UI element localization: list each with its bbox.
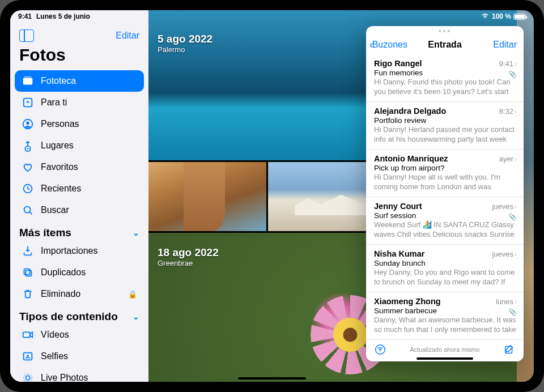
compose-button[interactable] [503, 343, 516, 356]
sidebar-item-foryou[interactable]: Para ti [15, 92, 144, 113]
sidebar-item-selfies[interactable]: Selfies [15, 346, 144, 367]
svg-point-15 [24, 374, 32, 382]
mail-item[interactable]: Xiaomeng Zhonglunes ›Summer barbecueDann… [366, 292, 524, 339]
svg-point-13 [27, 355, 29, 357]
trash-icon [22, 288, 34, 300]
home-indicator[interactable] [238, 377, 306, 380]
moment-location: Palermo [158, 45, 185, 54]
chevron-right-icon: › [515, 250, 517, 258]
svg-rect-0 [23, 78, 33, 85]
sidebar-item-favorites[interactable]: Favoritos [15, 156, 144, 178]
mail-preview: Weekend Surf 🏄 IN SANTA CRUZ Glassy wave… [374, 220, 517, 240]
mail-slideover[interactable]: ••• ‹ Buzones Entrada Editar Rigo Rangel… [366, 26, 524, 361]
sidebar-item-deleted[interactable]: Eliminado 🔒 [15, 283, 144, 305]
paperclip-icon: 📎 [508, 308, 517, 316]
sidebar-item-label: Personas [41, 119, 79, 129]
chevron-right-icon: › [515, 155, 517, 163]
mail-title: Entrada [428, 40, 462, 50]
mail-subject: Sunday brunch [374, 259, 517, 267]
mail-preview: Hey Danny, Do you and Rigo want to come … [374, 268, 517, 287]
mail-subject: Fun memories [374, 69, 517, 77]
chevron-down-icon: ⌄ [133, 312, 139, 321]
status-date: Lunes 5 de junio [36, 12, 90, 20]
sidebar-item-imports[interactable]: Importaciones [15, 240, 144, 262]
sidebar-item-label: Live Photos [41, 373, 88, 382]
sidebar-item-recents[interactable]: Recientes [15, 178, 144, 199]
svg-point-14 [26, 376, 29, 380]
sidebar-section-types[interactable]: Tipos de contenido ⌄ [10, 305, 148, 324]
sidebar-item-videos[interactable]: Vídeos [15, 324, 144, 346]
chevron-down-icon: ⌄ [133, 228, 139, 237]
mail-item[interactable]: Antonio Manriquezayer ›Pick up from airp… [366, 150, 524, 197]
sidebar-item-duplicates[interactable]: Duplicados [15, 262, 144, 283]
mail-edit-button[interactable]: Editar [493, 40, 517, 50]
sidebar-item-label: Importaciones [41, 246, 98, 256]
mail-subject: Pick up from airport? [374, 164, 517, 172]
status-bar: 9:41 Lunes 5 de junio 100 % [10, 10, 534, 23]
sidebar-edit-button[interactable]: Editar [116, 31, 139, 41]
svg-rect-11 [23, 332, 30, 337]
chevron-right-icon: › [515, 298, 517, 306]
ipad-frame: 9:41 Lunes 5 de junio 100 % Editar Fotos… [0, 0, 544, 392]
sidebar-item-label: Favoritos [41, 162, 78, 172]
chevron-right-icon: › [515, 60, 517, 68]
sidebar-item-label: Para ti [41, 97, 67, 108]
filter-button[interactable] [374, 343, 386, 356]
mail-time: ayer › [499, 155, 517, 163]
foryou-icon [22, 96, 34, 109]
sidebar-item-label: Recientes [41, 184, 81, 194]
livephotos-icon [22, 372, 34, 382]
import-icon [22, 245, 34, 257]
mail-back-button[interactable]: ‹ Buzones [369, 38, 407, 51]
sidebar-item-label: Duplicados [41, 267, 86, 278]
paperclip-icon: 📎 [508, 213, 517, 221]
mail-preview: Hi Danny! Hope all is well with you. I'm… [374, 173, 517, 192]
mail-item[interactable]: Rigo Rangel9:41 ›Fun memoriesHi Danny, F… [366, 54, 524, 102]
sidebar-item-search[interactable]: Buscar [15, 199, 144, 221]
photo-thumbnail[interactable] [148, 162, 266, 231]
sidebar-title: Fotos [10, 43, 148, 70]
mail-time: jueves › [492, 202, 517, 211]
slideover-grabber[interactable]: ••• [439, 29, 452, 33]
heart-icon [22, 161, 34, 173]
svg-point-8 [24, 207, 31, 213]
sidebar-toggle-icon[interactable] [19, 29, 34, 42]
sidebar-item-places[interactable]: Lugares [15, 135, 144, 156]
lock-icon: 🔒 [128, 290, 137, 299]
status-time: 9:41 [18, 12, 32, 20]
mail-item[interactable]: Nisha Kumarjueves ›Sunday brunchHey Dann… [366, 245, 524, 292]
mail-list[interactable]: Rigo Rangel9:41 ›Fun memoriesHi Danny, F… [366, 54, 524, 339]
svg-point-6 [27, 148, 29, 150]
slideover-handle[interactable] [416, 357, 473, 360]
mail-from: Antonio Manriquez [374, 154, 448, 163]
mail-from: Nisha Kumar [374, 249, 424, 258]
mail-from: Alejandra Delgado [374, 106, 446, 116]
duplicates-icon [22, 266, 34, 279]
mail-item[interactable]: Alejandra Delgado8:32 ›Portfolio reviewH… [366, 102, 524, 150]
sidebar-item-library[interactable]: Fototeca [15, 70, 144, 92]
mail-time: lunes › [496, 297, 517, 306]
sidebar-item-label: Lugares [41, 140, 74, 151]
sidebar-item-people[interactable]: Personas [15, 113, 144, 135]
mail-from: Jenny Court [374, 202, 422, 211]
moment-date: 5 ago 2022 [158, 33, 212, 45]
battery-icon [513, 14, 526, 20]
sidebar-section-more[interactable]: Más ítems ⌄ [10, 221, 148, 240]
video-icon [22, 329, 34, 341]
screen: 9:41 Lunes 5 de junio 100 % Editar Fotos… [10, 10, 534, 382]
mail-subject: Portfolio review [374, 116, 517, 125]
sidebar: Editar Fotos Fototeca Para ti Personas L… [10, 10, 148, 382]
wifi-icon [481, 12, 490, 21]
mail-time: 8:32 › [499, 107, 517, 116]
mail-subject: Surf session [374, 211, 517, 220]
mail-preview: Hi Danny! Herland passed me your contact… [374, 125, 517, 144]
sidebar-item-livephotos[interactable]: Live Photos [15, 367, 144, 382]
people-icon [22, 118, 34, 130]
mail-from: Rigo Rangel [374, 59, 422, 68]
svg-rect-1 [24, 76, 32, 78]
mail-from: Xiaomeng Zhong [374, 297, 441, 306]
mail-item[interactable]: Jenny Courtjueves ›Surf sessionWeekend S… [366, 197, 524, 245]
moment-date: 18 ago 2022 [158, 246, 219, 259]
clock-icon [22, 182, 34, 195]
moment-location: Greenbrae [158, 259, 193, 267]
